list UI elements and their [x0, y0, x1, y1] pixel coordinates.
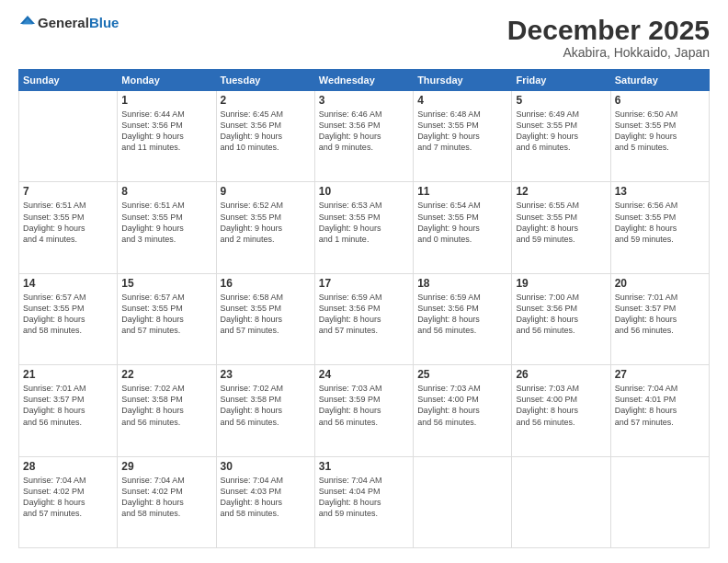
table-row: 24Sunrise: 7:03 AM Sunset: 3:59 PM Dayli… [314, 365, 413, 456]
table-row: 16Sunrise: 6:58 AM Sunset: 3:55 PM Dayli… [216, 273, 314, 364]
day-number: 27 [615, 368, 705, 381]
day-info: Sunrise: 7:04 AM Sunset: 4:02 PM Dayligh… [23, 475, 113, 520]
table-row: 3Sunrise: 6:46 AM Sunset: 3:56 PM Daylig… [314, 91, 413, 182]
calendar-week-row: 28Sunrise: 7:04 AM Sunset: 4:02 PM Dayli… [19, 456, 710, 547]
day-info: Sunrise: 6:51 AM Sunset: 3:55 PM Dayligh… [121, 200, 211, 245]
table-row: 11Sunrise: 6:54 AM Sunset: 3:55 PM Dayli… [414, 182, 512, 273]
table-row: 10Sunrise: 6:53 AM Sunset: 3:55 PM Dayli… [314, 182, 413, 273]
calendar-table: Sunday Monday Tuesday Wednesday Thursday… [18, 69, 710, 548]
day-number: 23 [221, 368, 311, 381]
day-number: 21 [23, 368, 113, 381]
day-info: Sunrise: 7:01 AM Sunset: 3:57 PM Dayligh… [615, 292, 705, 337]
logo: GeneralBlue [18, 15, 119, 31]
day-number: 30 [221, 460, 311, 473]
header: GeneralBlue December 2025 Akabira, Hokka… [18, 15, 710, 60]
table-row: 1Sunrise: 6:44 AM Sunset: 3:56 PM Daylig… [118, 91, 216, 182]
table-row: 7Sunrise: 6:51 AM Sunset: 3:55 PM Daylig… [19, 182, 118, 273]
day-number: 1 [121, 94, 211, 107]
table-row: 27Sunrise: 7:04 AM Sunset: 4:01 PM Dayli… [610, 365, 709, 456]
table-row: 18Sunrise: 6:59 AM Sunset: 3:56 PM Dayli… [414, 273, 512, 364]
table-row: 15Sunrise: 6:57 AM Sunset: 3:55 PM Dayli… [118, 273, 216, 364]
calendar-week-row: 14Sunrise: 6:57 AM Sunset: 3:55 PM Dayli… [19, 273, 710, 364]
day-info: Sunrise: 6:57 AM Sunset: 3:55 PM Dayligh… [121, 292, 211, 337]
day-info: Sunrise: 7:03 AM Sunset: 4:00 PM Dayligh… [417, 383, 507, 428]
day-number: 13 [615, 185, 705, 198]
day-number: 22 [121, 368, 211, 381]
calendar-week-row: 21Sunrise: 7:01 AM Sunset: 3:57 PM Dayli… [19, 365, 710, 456]
table-row: 8Sunrise: 6:51 AM Sunset: 3:55 PM Daylig… [118, 182, 216, 273]
table-row: 19Sunrise: 7:00 AM Sunset: 3:56 PM Dayli… [512, 273, 610, 364]
day-number: 10 [319, 185, 409, 198]
logo-icon [19, 15, 36, 31]
day-number: 4 [417, 94, 507, 107]
day-info: Sunrise: 6:50 AM Sunset: 3:55 PM Dayligh… [615, 109, 705, 154]
day-info: Sunrise: 6:55 AM Sunset: 3:55 PM Dayligh… [516, 200, 606, 245]
day-number: 15 [121, 277, 211, 290]
location: Akabira, Hokkaido, Japan [507, 45, 710, 60]
table-row: 26Sunrise: 7:03 AM Sunset: 4:00 PM Dayli… [512, 365, 610, 456]
day-info: Sunrise: 6:53 AM Sunset: 3:55 PM Dayligh… [319, 200, 409, 245]
day-info: Sunrise: 6:58 AM Sunset: 3:55 PM Dayligh… [221, 292, 311, 337]
day-number: 25 [417, 368, 507, 381]
day-info: Sunrise: 6:52 AM Sunset: 3:55 PM Dayligh… [221, 200, 311, 245]
day-number: 6 [615, 94, 705, 107]
calendar-week-row: 7Sunrise: 6:51 AM Sunset: 3:55 PM Daylig… [19, 182, 710, 273]
table-row: 23Sunrise: 7:02 AM Sunset: 3:58 PM Dayli… [216, 365, 314, 456]
table-row: 12Sunrise: 6:55 AM Sunset: 3:55 PM Dayli… [512, 182, 610, 273]
logo-text: GeneralBlue [38, 15, 119, 31]
day-info: Sunrise: 7:04 AM Sunset: 4:01 PM Dayligh… [615, 383, 705, 428]
day-number: 12 [516, 185, 606, 198]
day-number: 5 [516, 94, 606, 107]
month-title: December 2025 [507, 15, 710, 45]
calendar-header-row: Sunday Monday Tuesday Wednesday Thursday… [19, 70, 710, 91]
table-row: 31Sunrise: 7:04 AM Sunset: 4:04 PM Dayli… [314, 456, 413, 547]
day-number: 26 [516, 368, 606, 381]
day-info: Sunrise: 6:59 AM Sunset: 3:56 PM Dayligh… [319, 292, 409, 337]
logo-blue: Blue [89, 15, 119, 30]
day-number: 14 [23, 277, 113, 290]
table-row: 22Sunrise: 7:02 AM Sunset: 3:58 PM Dayli… [118, 365, 216, 456]
table-row [610, 456, 709, 547]
day-info: Sunrise: 7:03 AM Sunset: 3:59 PM Dayligh… [319, 383, 409, 428]
header-saturday: Saturday [610, 70, 709, 91]
table-row: 30Sunrise: 7:04 AM Sunset: 4:03 PM Dayli… [216, 456, 314, 547]
day-info: Sunrise: 7:04 AM Sunset: 4:03 PM Dayligh… [221, 475, 311, 520]
day-number: 16 [221, 277, 311, 290]
table-row: 4Sunrise: 6:48 AM Sunset: 3:55 PM Daylig… [414, 91, 512, 182]
day-info: Sunrise: 6:45 AM Sunset: 3:56 PM Dayligh… [221, 109, 311, 154]
table-row: 20Sunrise: 7:01 AM Sunset: 3:57 PM Dayli… [610, 273, 709, 364]
day-info: Sunrise: 6:51 AM Sunset: 3:55 PM Dayligh… [23, 200, 113, 245]
day-info: Sunrise: 7:00 AM Sunset: 3:56 PM Dayligh… [516, 292, 606, 337]
day-number: 29 [121, 460, 211, 473]
day-info: Sunrise: 7:02 AM Sunset: 3:58 PM Dayligh… [121, 383, 211, 428]
day-number: 9 [221, 185, 311, 198]
day-number: 19 [516, 277, 606, 290]
day-number: 18 [417, 277, 507, 290]
day-info: Sunrise: 6:44 AM Sunset: 3:56 PM Dayligh… [121, 109, 211, 154]
calendar-week-row: 1Sunrise: 6:44 AM Sunset: 3:56 PM Daylig… [19, 91, 710, 182]
day-info: Sunrise: 7:01 AM Sunset: 3:57 PM Dayligh… [23, 383, 113, 428]
table-row: 29Sunrise: 7:04 AM Sunset: 4:02 PM Dayli… [118, 456, 216, 547]
table-row: 28Sunrise: 7:04 AM Sunset: 4:02 PM Dayli… [19, 456, 118, 547]
table-row: 21Sunrise: 7:01 AM Sunset: 3:57 PM Dayli… [19, 365, 118, 456]
table-row [512, 456, 610, 547]
table-row [414, 456, 512, 547]
logo-general: General [38, 15, 89, 30]
day-number: 7 [23, 185, 113, 198]
day-info: Sunrise: 6:54 AM Sunset: 3:55 PM Dayligh… [417, 200, 507, 245]
day-info: Sunrise: 7:02 AM Sunset: 3:58 PM Dayligh… [221, 383, 311, 428]
day-number: 2 [221, 94, 311, 107]
day-number: 17 [319, 277, 409, 290]
day-info: Sunrise: 7:03 AM Sunset: 4:00 PM Dayligh… [516, 383, 606, 428]
title-area: December 2025 Akabira, Hokkaido, Japan [507, 15, 710, 60]
table-row [19, 91, 118, 182]
table-row: 14Sunrise: 6:57 AM Sunset: 3:55 PM Dayli… [19, 273, 118, 364]
table-row: 2Sunrise: 6:45 AM Sunset: 3:56 PM Daylig… [216, 91, 314, 182]
header-monday: Monday [118, 70, 216, 91]
day-info: Sunrise: 6:59 AM Sunset: 3:56 PM Dayligh… [417, 292, 507, 337]
header-sunday: Sunday [19, 70, 118, 91]
table-row: 25Sunrise: 7:03 AM Sunset: 4:00 PM Dayli… [414, 365, 512, 456]
day-number: 31 [319, 460, 409, 473]
day-number: 11 [417, 185, 507, 198]
day-number: 8 [121, 185, 211, 198]
